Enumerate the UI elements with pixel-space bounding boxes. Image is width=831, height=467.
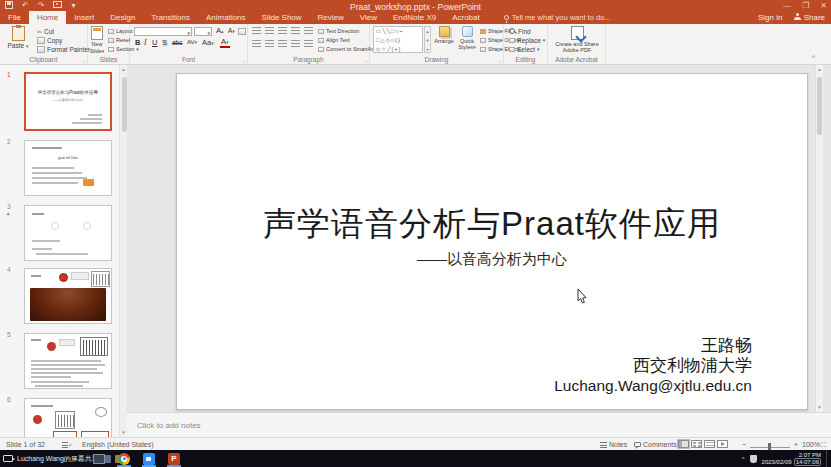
bullets-icon[interactable] (252, 27, 261, 35)
slide-thumbnail-1[interactable]: 声学语音分析与Praat软件应用 ——以音高分析为中心 (24, 72, 112, 131)
slide-thumbnail-2[interactable]: guō mǐ hǎo (24, 140, 112, 196)
text-shadow-button[interactable]: S (161, 38, 168, 47)
taskbar-app-meeting[interactable] (142, 452, 156, 466)
scroll-down-icon[interactable]: ▼ (120, 430, 127, 435)
bold-button[interactable]: B (134, 38, 141, 47)
maximize-button[interactable]: ❐ (802, 1, 809, 10)
convert-smartart-button[interactable]: Convert to SmartArt (318, 45, 375, 53)
notes-toggle-button[interactable]: Notes (600, 441, 627, 448)
select-button[interactable]: Select▾ (509, 45, 540, 53)
text-direction-button[interactable]: Text Direction (318, 27, 359, 35)
zoom-in-button[interactable]: + (794, 441, 798, 448)
sign-in-link[interactable]: Sign in (758, 13, 782, 22)
tab-file[interactable]: File (0, 11, 29, 24)
columns-icon[interactable] (304, 40, 313, 48)
tab-view[interactable]: View (352, 11, 385, 24)
underline-button[interactable]: U (151, 38, 158, 47)
slide-thumbnail-6[interactable] (24, 398, 112, 437)
shapes-gallery[interactable]: ▭╲╲□○⌐ □△◇○{} ◇☆╱(+) (373, 26, 423, 53)
reading-view-button[interactable] (704, 440, 715, 448)
collapse-ribbon-icon[interactable]: ^ (812, 54, 815, 61)
change-case-button[interactable]: Aa▾ (201, 38, 215, 48)
language-status[interactable]: English (United States) (82, 441, 154, 448)
grow-font-button[interactable]: A▴ (215, 26, 225, 36)
format-painter-button[interactable]: Format Painter (37, 45, 90, 53)
tab-home[interactable]: Home (29, 11, 66, 24)
tab-acrobat[interactable]: Acrobat (444, 11, 488, 24)
shapes-gallery-scroll[interactable]: ▲▼▾ (424, 26, 431, 53)
taskbar-app-chrome[interactable] (117, 452, 131, 466)
spell-check-icon[interactable]: ✓ (62, 441, 73, 448)
tab-endnote[interactable]: EndNote X9 (385, 11, 444, 24)
taskbar-app-powerpoint[interactable]: P (167, 452, 181, 466)
reset-button[interactable]: Reset (108, 36, 130, 44)
copy-button[interactable]: Copy (37, 36, 62, 44)
scroll-down-icon[interactable]: ▼ (816, 405, 823, 410)
find-button[interactable]: Find (509, 27, 531, 35)
taskbar-app-window[interactable] (92, 452, 106, 466)
font-name-combobox[interactable]: ▾ (134, 27, 192, 36)
zoom-slider[interactable] (750, 443, 790, 450)
scroll-down-icon[interactable]: ▼ (425, 36, 430, 45)
minimize-button[interactable]: — (783, 1, 791, 10)
scroll-up-icon[interactable]: ▲ (816, 67, 823, 72)
character-spacing-button[interactable]: AV▾ (186, 38, 198, 47)
taskbar-clock[interactable]: 2:07 PM 2023/02/0914:07:06 (762, 452, 821, 466)
dialog-launcher-icon[interactable]: ⌟ (499, 57, 501, 63)
cut-button[interactable]: ✂Cut (37, 27, 54, 35)
slide-1-canvas[interactable]: 声学语音分析与Praat软件应用 ——以音高分析为中心 王路畅 西交利物浦大学 … (176, 73, 808, 410)
dialog-launcher-icon[interactable]: ⌟ (243, 57, 245, 63)
notification-icon[interactable] (750, 455, 757, 463)
zoom-level[interactable]: 100% (802, 441, 820, 448)
tab-design[interactable]: Design (102, 11, 143, 24)
tell-me-box[interactable]: Tell me what you want to do... (498, 11, 617, 24)
line-spacing-icon[interactable] (304, 27, 313, 35)
align-text-button[interactable]: Align Text (318, 36, 350, 44)
slide-title-text[interactable]: 声学语音分析与Praat软件应用 (177, 202, 807, 247)
normal-view-button[interactable] (678, 440, 689, 448)
slide-thumbnail-5[interactable] (24, 333, 112, 389)
slide-thumbnail-3[interactable] (24, 205, 112, 261)
tab-review[interactable]: Review (310, 11, 352, 24)
italic-button[interactable]: I (143, 38, 148, 47)
slide-thumbnail-4[interactable] (24, 268, 112, 324)
create-share-pdf-button[interactable]: Create and Share Adobe PDF (551, 26, 603, 53)
dialog-launcher-icon[interactable]: ⌟ (365, 57, 367, 63)
increase-indent-icon[interactable] (291, 27, 300, 35)
font-color-button[interactable]: A▾ (220, 38, 230, 48)
quick-styles-button[interactable]: Quick Styles▾ (455, 26, 479, 50)
clear-formatting-icon[interactable] (238, 28, 246, 35)
decrease-indent-icon[interactable] (278, 27, 287, 35)
dialog-launcher-icon[interactable]: ⌟ (83, 57, 85, 63)
strikethrough-button[interactable]: abc (171, 38, 183, 47)
comments-toggle-button[interactable]: Comments (634, 441, 677, 448)
tab-slide-show[interactable]: Slide Show (254, 11, 310, 24)
slide-area-scrollbar[interactable]: ▲ ▼ (815, 65, 823, 412)
arrange-button[interactable]: Arrange (433, 26, 455, 45)
replace-button[interactable]: Replace▾ (509, 36, 545, 44)
slideshow-view-button[interactable] (717, 440, 728, 448)
tray-expand-icon[interactable]: ^ (742, 456, 745, 462)
slide-sorter-view-button[interactable] (691, 440, 702, 448)
fit-to-window-button[interactable]: ⛶ (821, 441, 826, 449)
shrink-font-button[interactable]: A▾ (227, 26, 236, 36)
align-center-icon[interactable] (265, 40, 274, 48)
slide-author-block[interactable]: 王路畅 西交利物浦大学 Luchang.Wang@xjtlu.edu.cn (554, 336, 752, 396)
share-button[interactable]: Share (794, 13, 825, 22)
scroll-up-icon[interactable]: ▲ (425, 27, 430, 36)
align-right-icon[interactable] (278, 40, 287, 48)
align-left-icon[interactable] (252, 40, 261, 48)
tab-insert[interactable]: Insert (66, 11, 102, 24)
justify-icon[interactable] (291, 40, 300, 48)
scrollbar-thumb[interactable] (122, 77, 127, 132)
tab-animations[interactable]: Animations (198, 11, 254, 24)
slide-subtitle-text[interactable]: ——以音高分析为中心 (177, 250, 807, 269)
numbering-icon[interactable] (265, 27, 274, 35)
tab-transitions[interactable]: Transitions (143, 11, 198, 24)
notes-placeholder[interactable]: Click to add notes (137, 421, 201, 430)
show-desktop-button[interactable] (826, 450, 829, 467)
new-slide-button[interactable]: New Slide▾ (86, 26, 108, 55)
gallery-more-icon[interactable]: ▾ (425, 45, 430, 54)
notes-pane[interactable]: Click to add notes (127, 412, 831, 437)
zoom-out-button[interactable]: − (742, 441, 746, 448)
